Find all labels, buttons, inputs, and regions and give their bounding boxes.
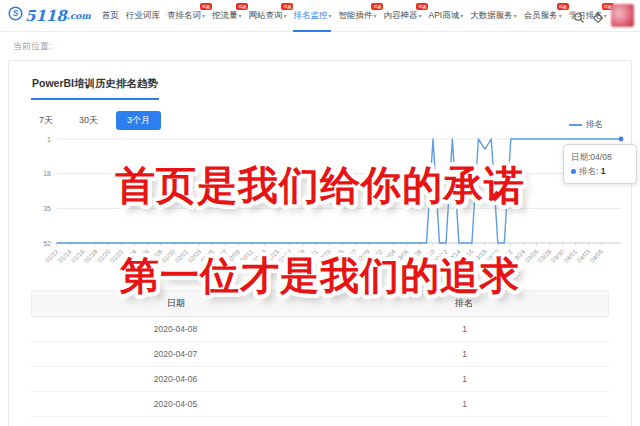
svg-text:03/04: 03/04 [381, 247, 397, 263]
table-cell: 1 [320, 342, 609, 366]
nav-item-label: 智能插件 [338, 10, 372, 20]
chart-canvas: 118355201/1201/1401/1601/1801/2001/2201/… [31, 132, 627, 274]
nav-item[interactable]: 内容神器▾优惠 [382, 8, 422, 24]
svg-text:02/07: 02/07 [212, 247, 228, 263]
rank-trend-card: PowerBI培训历史排名趋势 7天30天3个月 排名 118355201/12… [8, 60, 632, 426]
table-row: 2020-04-061 [31, 367, 609, 392]
table-cell: 1 [320, 367, 609, 391]
svg-text:01/18: 01/18 [83, 247, 99, 263]
logo-tld: .com [67, 11, 91, 21]
svg-text:02/01: 02/01 [173, 247, 189, 263]
svg-text:03/20: 03/20 [484, 247, 500, 263]
chevron-down-icon: ▾ [283, 13, 286, 19]
svg-text:03/24: 03/24 [510, 247, 526, 263]
table-row: 2020-04-041 [31, 417, 609, 426]
chart-legend[interactable]: 排名 [569, 119, 603, 131]
table-header-cell: 排名 [320, 291, 608, 316]
tooltip-rank: 排名: 1 [571, 164, 629, 178]
nav-item-label: 挖流量 [212, 10, 238, 20]
nav-item[interactable]: 首页 [101, 8, 120, 24]
nav-item-label: 行业词库 [126, 10, 160, 20]
tab-7天[interactable]: 7天 [31, 111, 61, 130]
table-cell: 1 [320, 392, 609, 416]
nav-item-label: 会员服务 [524, 10, 558, 20]
nav-item[interactable]: 挖流量▾优惠 [211, 8, 243, 24]
svg-text:02/17: 02/17 [277, 247, 293, 263]
site-logo[interactable]: S 5118 .com [8, 6, 91, 25]
svg-text:1: 1 [47, 136, 51, 143]
svg-text:02/27: 02/27 [342, 247, 358, 263]
nav-item[interactable]: 智能插件▾优惠 [337, 8, 377, 24]
rank-history-table: 日期排名2020-04-0812020-04-0712020-04-061202… [31, 290, 609, 426]
table-header-cell: 日期 [32, 291, 320, 316]
nav-item[interactable]: 会员服务▾优惠 [523, 8, 563, 24]
nav-item[interactable]: 查排名词▾优惠 [166, 8, 206, 24]
svg-text:S: S [13, 8, 19, 18]
svg-text:02/25: 02/25 [329, 247, 345, 263]
period-tabs: 7天30天3个月 [31, 111, 609, 130]
svg-text:03/30: 03/30 [549, 247, 565, 263]
table-cell: 2020-04-05 [31, 392, 320, 416]
svg-text:01/24: 01/24 [121, 247, 137, 263]
nav-item-label: API商城 [428, 10, 459, 20]
chevron-down-icon: ▾ [514, 13, 517, 19]
nav-item-label: 网站查询 [248, 10, 282, 20]
nav-item[interactable]: 排名监控▾ [292, 8, 332, 24]
nav-item-label: 大数据服务 [470, 10, 513, 20]
legend-line-icon [569, 124, 582, 126]
tab-30天[interactable]: 30天 [71, 111, 106, 130]
chevron-down-icon: ▾ [460, 13, 463, 19]
svg-text:04/01: 04/01 [562, 247, 578, 263]
tooltip-rank-value: 1 [601, 166, 606, 176]
table-cell: 2020-04-07 [31, 342, 320, 366]
chevron-down-icon: ▾ [418, 13, 421, 19]
legend-label: 排名 [586, 119, 603, 131]
nav-item-label: 查排名词 [167, 10, 201, 20]
rank-trend-chart[interactable]: 排名 118355201/1201/1401/1601/1801/2001/22… [31, 132, 609, 274]
svg-text:01/12: 01/12 [44, 247, 60, 263]
svg-text:03/26: 03/26 [523, 247, 539, 263]
svg-text:02/03: 02/03 [186, 247, 202, 263]
nav-items: 首页行业词库查排名词▾优惠挖流量▾优惠网站查询▾优惠排名监控▾智能插件▾优惠内容… [101, 8, 573, 24]
logo-mark-icon: S [8, 6, 23, 25]
tooltip-date: 日期:04/08 [571, 150, 629, 164]
table-row: 2020-04-051 [31, 392, 609, 417]
svg-text:01/22: 01/22 [108, 247, 124, 263]
svg-text:01/14: 01/14 [57, 247, 73, 263]
svg-text:03/16: 03/16 [459, 247, 475, 263]
nav-item[interactable]: 学习排名▾优惠 [568, 8, 608, 24]
nav-item[interactable]: API商城▾ [427, 8, 464, 24]
svg-text:03/02: 03/02 [368, 247, 384, 263]
svg-text:02/05: 02/05 [199, 247, 215, 263]
table-row: 2020-04-081 [31, 317, 609, 342]
svg-text:04/05: 04/05 [588, 247, 604, 263]
nav-item[interactable]: 行业词库 [125, 8, 161, 24]
svg-text:02/09: 02/09 [225, 247, 241, 263]
chevron-down-icon: ▾ [238, 13, 241, 19]
svg-text:18: 18 [43, 170, 51, 177]
nav-item[interactable]: 网站查询▾优惠 [247, 8, 287, 24]
svg-text:02/19: 02/19 [290, 247, 306, 263]
svg-text:01/28: 01/28 [147, 247, 163, 263]
table-cell: 1 [320, 317, 609, 341]
nav-item-label: 学习排名 [569, 10, 603, 20]
breadcrumb: 当前位置: [0, 32, 640, 58]
nav-item[interactable]: 大数据服务▾ [469, 8, 518, 24]
page-title: PowerBI培训历史排名趋势 [31, 75, 159, 100]
series-dot-icon [571, 169, 576, 174]
svg-text:03/14: 03/14 [446, 247, 462, 263]
svg-text:04/03: 04/03 [575, 247, 591, 263]
table-row: 2020-04-071 [31, 342, 609, 367]
nav-item-label: 内容神器 [383, 10, 417, 20]
table-cell: 2020-04-08 [31, 317, 320, 341]
svg-text:03/18: 03/18 [471, 247, 487, 263]
svg-text:02/23: 02/23 [316, 247, 332, 263]
table-cell: 1 [320, 417, 609, 426]
chevron-down-icon: ▾ [604, 13, 607, 19]
table-header-row: 日期排名 [31, 290, 609, 317]
svg-text:01/30: 01/30 [160, 247, 176, 263]
tab-3个月[interactable]: 3个月 [116, 111, 161, 130]
chevron-down-icon: ▾ [328, 13, 331, 19]
user-avatar[interactable] [611, 4, 634, 27]
chart-tooltip: 日期:04/08 排名: 1 [563, 144, 637, 184]
